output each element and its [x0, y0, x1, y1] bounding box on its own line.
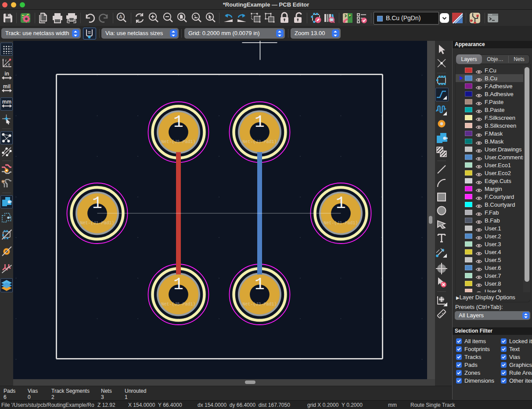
- svg-text:Net-(J5-Pad1): Net-(J5-Pad1): [161, 302, 195, 307]
- svg-text:Net-(J3-Pad1): Net-(J3-Pad1): [242, 302, 277, 307]
- svg-text:in: in: [4, 71, 9, 77]
- svg-text:1: 1: [336, 194, 346, 213]
- svg-text:1: 1: [173, 275, 183, 294]
- svg-text:Net-(J1-Pad1): Net-(J1-Pad1): [324, 221, 358, 226]
- svg-text:A: A: [119, 14, 122, 19]
- svg-text:mm: mm: [2, 99, 11, 105]
- svg-text:1: 1: [92, 194, 102, 213]
- svg-text:1: 1: [255, 113, 265, 132]
- svg-text:1: 1: [173, 113, 183, 132]
- svg-text:1: 1: [255, 275, 265, 294]
- svg-text:Net-(J3-Pad1): Net-(J3-Pad1): [242, 140, 277, 144]
- svg-text:Net-(J1-Pad1): Net-(J1-Pad1): [80, 221, 114, 226]
- svg-text:θ: θ: [8, 62, 10, 67]
- svg-text:r: r: [5, 58, 7, 63]
- svg-text:Net-(J5-Pad1): Net-(J5-Pad1): [161, 140, 195, 144]
- svg-text:mil: mil: [3, 84, 10, 90]
